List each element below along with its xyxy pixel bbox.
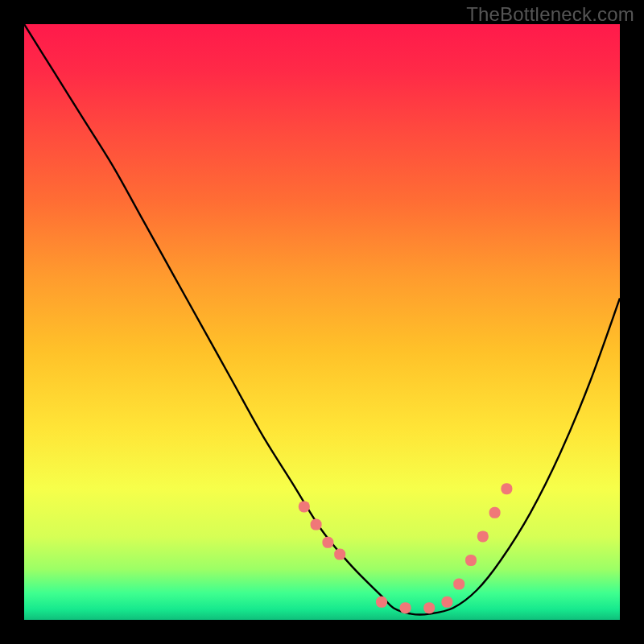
marker-dot <box>311 519 322 530</box>
marker-dot <box>501 483 512 494</box>
plot-area <box>24 24 620 620</box>
marker-dot <box>376 597 387 608</box>
marker-dot <box>453 579 464 590</box>
chart-frame: TheBottleneck.com <box>0 0 644 644</box>
marker-dot <box>441 597 452 608</box>
marker-dot <box>299 501 310 512</box>
marker-dot <box>400 602 411 613</box>
marker-dot <box>423 602 435 613</box>
marker-dot <box>477 530 489 542</box>
marker-dot <box>322 537 333 548</box>
marker-dot <box>465 555 477 566</box>
chart-svg <box>24 24 620 620</box>
marker-dot <box>334 549 345 560</box>
watermark-text: TheBottleneck.com <box>466 3 634 26</box>
marker-dot <box>489 507 501 518</box>
